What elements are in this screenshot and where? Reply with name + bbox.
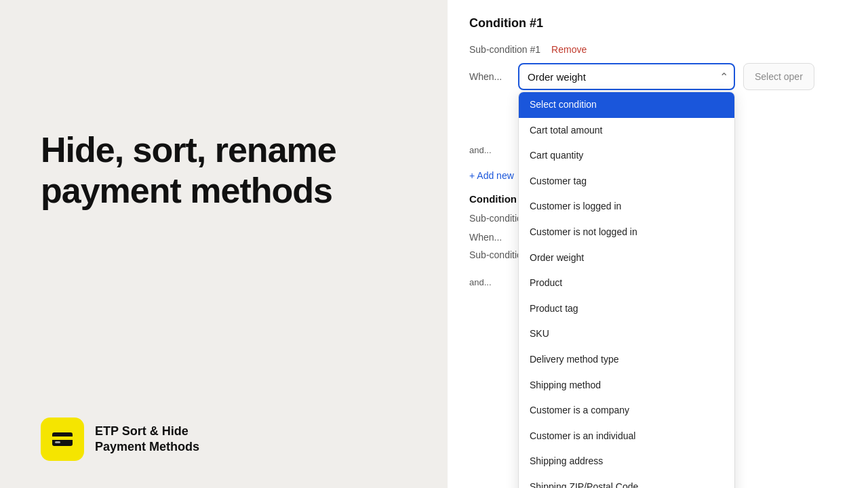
dropdown-item-customer-individual[interactable]: Customer is an individual: [519, 424, 734, 449]
dropdown-item-customer-company[interactable]: Customer is a company: [519, 398, 734, 424]
when-row-1: When... Order weight ⌃ Select condition …: [469, 63, 846, 90]
subcondition-1-header: Sub-condition #1 Remove: [469, 44, 846, 55]
subcondition-1-label: Sub-condition #1: [469, 44, 540, 55]
dropdown-item-sku[interactable]: SKU: [519, 321, 734, 347]
remove-link[interactable]: Remove: [551, 44, 587, 55]
dropdown-item-shipping-method[interactable]: Shipping method: [519, 373, 734, 399]
and-label-2: and...: [469, 277, 510, 287]
and-label-1: and...: [469, 145, 510, 155]
condition-1-title: Condition #1: [469, 16, 846, 30]
dropdown-item-customer-logged-in[interactable]: Customer is logged in: [519, 194, 734, 220]
dropdown-item-cart-quantity[interactable]: Cart quantity: [519, 143, 734, 169]
condition-dropdown-menu[interactable]: Select condition Cart total amount Cart …: [518, 92, 735, 488]
hero-title: Hide, sort, rename payment methods: [41, 130, 407, 211]
dropdown-item-product[interactable]: Product: [519, 270, 734, 296]
dropdown-item-select-condition[interactable]: Select condition: [519, 92, 734, 118]
when-label-2: When...: [469, 232, 510, 243]
dropdown-item-customer-not-logged-in[interactable]: Customer is not logged in: [519, 220, 734, 245]
svg-rect-1: [52, 436, 73, 440]
select-operator-placeholder[interactable]: Select oper: [743, 63, 814, 90]
hero-section: Hide, sort, rename payment methods: [41, 130, 407, 211]
dropdown-item-customer-tag[interactable]: Customer tag: [519, 169, 734, 195]
dropdown-item-order-weight[interactable]: Order weight: [519, 245, 734, 271]
right-panel: Condition #1 Sub-condition #1 Remove Whe…: [448, 0, 868, 488]
when-label-1: When...: [469, 71, 510, 82]
dropdown-item-cart-total[interactable]: Cart total amount: [519, 118, 734, 144]
left-panel: Hide, sort, rename payment methods ETP S…: [0, 0, 448, 488]
subcondition-2-sub-label: Sub-conditio: [469, 249, 522, 260]
condition-1-block: Condition #1 Sub-condition #1 Remove Whe…: [469, 16, 846, 181]
subcondition-2-label: Sub-conditio: [469, 213, 522, 224]
dropdown-item-product-tag[interactable]: Product tag: [519, 296, 734, 322]
dropdown-item-shipping-zip[interactable]: Shipping ZIP/Postal Code: [519, 474, 734, 488]
condition-select-wrapper: Order weight ⌃ Select condition Cart tot…: [518, 63, 735, 90]
dropdown-item-delivery-method[interactable]: Delivery method type: [519, 347, 734, 373]
brand-icon: [50, 426, 75, 452]
brand-logo: [41, 418, 84, 461]
brand-name: ETP Sort & Hide Payment Methods: [95, 424, 199, 455]
dropdown-item-shipping-address[interactable]: Shipping address: [519, 449, 734, 474]
condition-select-display[interactable]: Order weight: [518, 63, 735, 90]
svg-rect-2: [55, 441, 60, 443]
brand-section: ETP Sort & Hide Payment Methods: [41, 418, 407, 461]
